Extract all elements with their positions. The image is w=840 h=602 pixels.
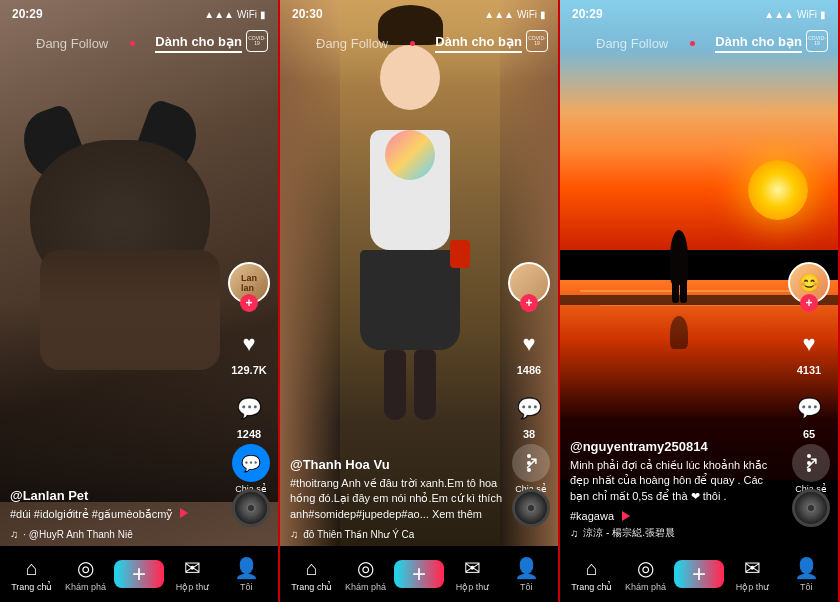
wifi-icon-2: WiFi [517, 9, 537, 20]
phone-panel-3: 20:29 ▲▲▲ WiFi ▮ Đang Follow Dành cho bạ… [560, 0, 840, 602]
home-label-2: Trang chủ [291, 582, 332, 592]
hashtag-3: #kagawa [570, 510, 783, 522]
inbox-icon-3: ✉ [744, 556, 761, 580]
comment-count-2: 38 [523, 428, 535, 440]
nav-explore-1[interactable]: ◎ Khám phá [59, 556, 113, 592]
bottom-nav-2: ⌂ Trang chủ ◎ Khám phá + ✉ Hộp thư 👤 Tôi [280, 546, 558, 602]
nav-inbox-3[interactable]: ✉ Hộp thư [726, 556, 780, 592]
comment-icon-1: 💬 [231, 390, 267, 426]
battery-icon-3: ▮ [820, 9, 826, 20]
music-row-1[interactable]: ♫ · @HuyR Anh Thanh Niê [10, 528, 223, 540]
top-nav-1: Đang Follow Dành cho bạn [0, 28, 278, 59]
comment-button-3[interactable]: 💬 65 [791, 390, 827, 440]
inbox-label-3: Hộp thư [736, 582, 770, 592]
nav-create-1[interactable]: + [112, 560, 166, 588]
nav-create-3[interactable]: + [672, 560, 726, 588]
share-button-2[interactable]: ↗ Chia sẻ [512, 444, 550, 494]
nav-create-2[interactable]: + [392, 560, 446, 588]
nav-home-2[interactable]: ⌂ Trang chủ [285, 557, 339, 592]
status-bar-1: 20:29 ▲▲▲ WiFi ▮ [0, 0, 278, 28]
nav-profile-2[interactable]: 👤 Tôi [499, 556, 553, 592]
inbox-label-2: Hộp thư [456, 582, 490, 592]
woman-body [370, 130, 450, 250]
heart-icon-2: ♥ [511, 326, 547, 362]
status-bar-3: 20:29 ▲▲▲ WiFi ▮ [560, 0, 838, 28]
nav-following-2[interactable]: Đang Follow [316, 36, 388, 51]
bottom-nav-1: ⌂ Trang chủ ◎ Khám phá + ✉ Hộp thư 👤 Tôi [0, 546, 278, 602]
music-disc-2[interactable] [512, 489, 550, 527]
music-text-1: · @HuyR Anh Thanh Niê [23, 529, 132, 540]
person-silhouette [670, 230, 688, 285]
comment-count-1: 1248 [237, 428, 261, 440]
creator-avatar-1[interactable]: Lanlan + [228, 262, 270, 304]
nav-home-1[interactable]: ⌂ Trang chủ [5, 557, 59, 592]
status-bar-2: 20:30 ▲▲▲ WiFi ▮ [280, 0, 558, 28]
leg-right [414, 350, 436, 420]
username-1[interactable]: @Lanlan Pet [10, 488, 223, 503]
nav-foryou-3[interactable]: Dành cho bạn [715, 34, 802, 53]
music-row-3[interactable]: ♫ 涼涼 - 楊宗縂.張碧晨 [570, 526, 783, 540]
nav-explore-2[interactable]: ◎ Khám phá [339, 556, 393, 592]
like-count-2: 1486 [517, 364, 541, 376]
messenger-button-1[interactable]: 💬 Chia sẻ [232, 444, 270, 494]
like-count-3: 4131 [797, 364, 821, 376]
nav-following-3[interactable]: Đang Follow [596, 36, 668, 51]
home-icon-3: ⌂ [586, 557, 598, 580]
music-disc-inner-1 [246, 503, 256, 513]
creator-avatar-3[interactable]: 😊 + [788, 262, 830, 304]
covid-badge-3: COVID-19 [806, 30, 828, 52]
like-button-2[interactable]: ♥ 1486 [511, 326, 547, 376]
like-button-1[interactable]: ♥ 129.7K [231, 326, 267, 376]
nav-foryou-2[interactable]: Dành cho bạn [435, 34, 522, 53]
share-icon-2: ↗ [512, 444, 550, 482]
home-label-1: Trang chủ [11, 582, 52, 592]
woman-skirt [360, 250, 460, 350]
explore-icon-2: ◎ [357, 556, 374, 580]
explore-label-1: Khám phá [65, 582, 106, 592]
nav-profile-1[interactable]: 👤 Tôi [219, 556, 273, 592]
explore-icon-3: ◎ [637, 556, 654, 580]
follow-button-2[interactable]: + [520, 294, 538, 312]
reflection-line-2 [600, 305, 800, 306]
create-button-2[interactable]: + [397, 560, 441, 588]
caption-text-3: Minh phải đợi cả chiều lúc khoảnh khắc đ… [570, 459, 767, 502]
music-row-2[interactable]: ♫ đô Thiên Thần Như Ý Ca [290, 528, 503, 540]
battery-icon: ▮ [260, 9, 266, 20]
signal-icon-3: ▲▲▲ [764, 9, 794, 20]
home-label-3: Trang chủ [571, 582, 612, 592]
share-button-3[interactable]: ↗ Chia sẻ [792, 444, 830, 494]
nav-inbox-1[interactable]: ✉ Hộp thư [166, 556, 220, 592]
hashtag-text-3: #kagawa [570, 510, 614, 522]
creator-avatar-2[interactable]: + [508, 262, 550, 304]
nav-foryou-1[interactable]: Dành cho bạn [155, 34, 242, 53]
status-icons-1: ▲▲▲ WiFi ▮ [204, 9, 266, 20]
create-button-1[interactable]: + [117, 560, 161, 588]
nav-dot-2 [410, 41, 415, 46]
nav-home-3[interactable]: ⌂ Trang chủ [565, 557, 619, 592]
bottom-content-3: @nguyentramy250814 Minh phải đợi cả chiề… [570, 439, 783, 540]
nav-inbox-2[interactable]: ✉ Hộp thư [446, 556, 500, 592]
comment-count-3: 65 [803, 428, 815, 440]
explore-icon-1: ◎ [77, 556, 94, 580]
like-button-3[interactable]: ♥ 4131 [791, 326, 827, 376]
follow-button-1[interactable]: + [240, 294, 258, 312]
nav-profile-3[interactable]: 👤 Tôi [779, 556, 833, 592]
music-disc-3[interactable] [792, 489, 830, 527]
arrow-3 [622, 511, 630, 521]
music-disc-1[interactable] [232, 489, 270, 527]
comment-button-1[interactable]: 💬 1248 [231, 390, 267, 440]
comment-button-2[interactable]: 💬 38 [511, 390, 547, 440]
username-3[interactable]: @nguyentramy250814 [570, 439, 783, 454]
follow-button-3[interactable]: + [800, 294, 818, 312]
status-time-1: 20:29 [12, 7, 43, 21]
top-nav-3: Đang Follow Dành cho bạn [560, 28, 838, 59]
create-button-3[interactable]: + [677, 560, 721, 588]
plus-icon-1: + [132, 560, 146, 588]
nav-explore-3[interactable]: ◎ Khám phá [619, 556, 673, 592]
silhouette-reflection [670, 316, 688, 349]
right-sidebar-2: + ♥ 1486 💬 38 [508, 262, 550, 472]
nav-following-1[interactable]: Đang Follow [36, 36, 108, 51]
username-2[interactable]: @Thanh Hoa Vu [290, 457, 503, 472]
arrow-indicator-1 [180, 508, 188, 518]
woman-legs [384, 350, 436, 420]
